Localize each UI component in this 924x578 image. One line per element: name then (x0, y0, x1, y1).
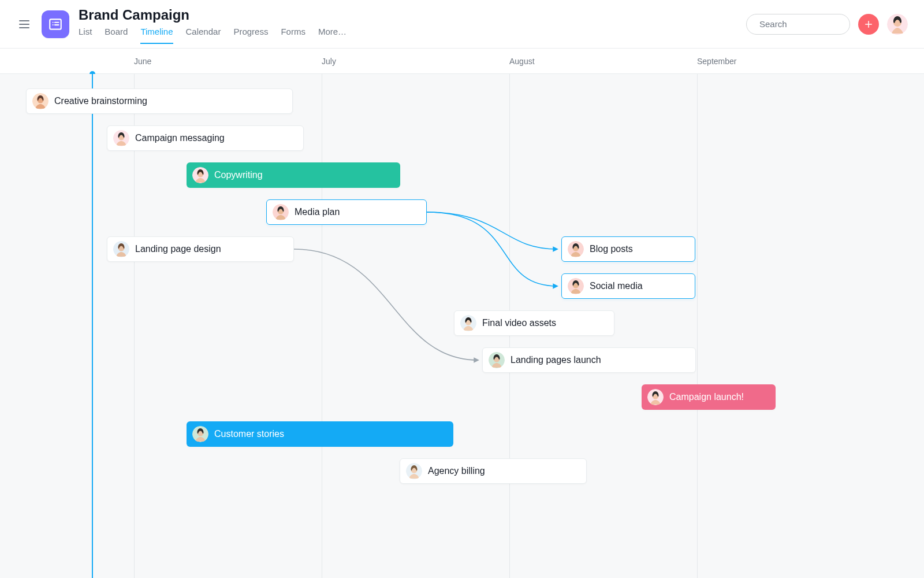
assignee-avatar (273, 204, 289, 220)
tab-progress[interactable]: Progress (233, 27, 268, 43)
task-bar[interactable]: Campaign launch! (642, 384, 776, 410)
assignee-avatar (192, 426, 208, 442)
task-label: Landing pages launch (511, 355, 601, 365)
task-bar[interactable]: Copywriting (187, 162, 400, 188)
task-label: Final video assets (482, 318, 556, 328)
task-bar[interactable]: Social media (561, 273, 695, 299)
month-label: June (134, 49, 151, 73)
tab-more[interactable]: More… (318, 27, 346, 43)
tab-board[interactable]: Board (105, 27, 128, 43)
search-input[interactable] (758, 18, 870, 29)
task-label: Copywriting (214, 170, 263, 180)
tab-list[interactable]: List (79, 27, 92, 43)
header-right (746, 0, 908, 48)
assignee-avatar (568, 278, 584, 294)
timeline-canvas[interactable]: Creative brainstorming Campaign messagin… (0, 74, 924, 578)
task-label: Media plan (295, 207, 340, 217)
task-label: Campaign messaging (135, 133, 225, 143)
tab-forms[interactable]: Forms (281, 27, 305, 43)
task-label: Campaign launch! (669, 392, 744, 402)
project-title: Brand Campaign (79, 7, 746, 24)
assignee-avatar (406, 463, 422, 479)
dependency-arrow (427, 212, 557, 249)
task-label: Agency billing (428, 466, 485, 476)
assignee-avatar (113, 130, 129, 146)
timeline-month-row: June July August September (0, 49, 924, 74)
month-label: August (509, 49, 535, 73)
task-bar[interactable]: Agency billing (400, 458, 587, 484)
current-user-avatar[interactable] (887, 14, 908, 35)
task-bar[interactable]: Landing pages launch (482, 347, 696, 373)
month-gridline (697, 74, 698, 578)
title-area: Brand Campaign List Board Timeline Calen… (79, 0, 746, 48)
month-label: September (697, 49, 736, 73)
project-icon (42, 10, 69, 38)
task-label: Customer stories (214, 429, 284, 439)
today-line (92, 74, 93, 578)
view-tabs: List Board Timeline Calendar Progress Fo… (79, 27, 746, 43)
assignee-avatar (568, 241, 584, 257)
task-bar[interactable]: Campaign messaging (107, 125, 304, 151)
add-button[interactable] (858, 14, 879, 35)
task-label: Blog posts (590, 244, 633, 254)
assignee-avatar (192, 167, 208, 183)
task-bar[interactable]: Customer stories (187, 421, 453, 447)
search-box[interactable] (746, 14, 850, 35)
task-label: Landing page design (135, 244, 221, 254)
task-bar[interactable]: Final video assets (454, 310, 614, 336)
plus-icon (863, 19, 874, 29)
assignee-avatar (113, 241, 129, 257)
app-header: Brand Campaign List Board Timeline Calen… (0, 0, 924, 49)
task-label: Creative brainstorming (54, 96, 147, 106)
task-label: Social media (590, 281, 643, 291)
tab-calendar[interactable]: Calendar (186, 27, 221, 43)
dependency-arrow (427, 212, 557, 286)
task-bar[interactable]: Creative brainstorming (26, 88, 293, 114)
menu-toggle[interactable] (10, 0, 38, 48)
month-label: July (322, 49, 336, 73)
assignee-avatar (460, 315, 476, 331)
assignee-avatar (647, 389, 664, 405)
assignee-avatar (489, 352, 505, 368)
tab-timeline[interactable]: Timeline (140, 27, 173, 43)
month-gridline (322, 74, 322, 578)
task-bar[interactable]: Media plan (266, 199, 427, 225)
assignee-avatar (32, 93, 49, 109)
task-bar[interactable]: Landing page design (107, 236, 294, 262)
task-bar[interactable]: Blog posts (561, 236, 695, 262)
